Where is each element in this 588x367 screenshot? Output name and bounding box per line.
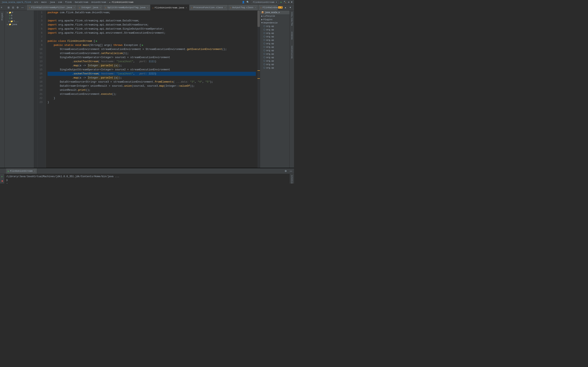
dep-icon-7: ⬡ xyxy=(263,46,265,48)
dep-label-13: org.ap xyxy=(266,67,274,69)
run-icon[interactable]: ▶ xyxy=(281,1,282,3)
tab-processfunction[interactable]: ☕ ProcessFunction.class ✕ xyxy=(189,5,228,10)
tab-close-icon-6[interactable]: ✕ xyxy=(255,6,256,9)
dep-label-4: org.ap xyxy=(266,35,274,38)
tab-close-icon-2[interactable]: ✕ xyxy=(100,6,101,9)
maven-dep-6[interactable]: ⬡ org.ap xyxy=(260,42,290,45)
run-panel: ▶ FlinkUnionStream ✕ ⚙ — ▶ ⏹ 🔄 ⏬ 🖨 🗑 /Li… xyxy=(0,168,294,184)
scroll-down-btn[interactable]: ▼ xyxy=(288,5,292,10)
database-icon[interactable]: Database xyxy=(291,31,293,40)
maven-dep-3[interactable]: ⬡ org.ap xyxy=(260,31,290,35)
search-icon[interactable]: 🔍 xyxy=(246,1,249,3)
tab-close-icon-3[interactable]: ✕ xyxy=(147,6,148,9)
run-minimize-btn[interactable]: — xyxy=(289,169,293,174)
run-tab-label[interactable]: ▶ FlinkUnionStream ✕ xyxy=(6,168,37,174)
vertical-scrollbar[interactable] xyxy=(258,11,260,168)
user-icon[interactable]: 👤 xyxy=(242,1,245,3)
maven-dep-2[interactable]: ⬡ org.ap xyxy=(260,28,290,31)
scroll-up-btn[interactable]: ▲ xyxy=(283,5,287,10)
code-line-3: import org.apache.flink.streaming.api.da… xyxy=(48,19,256,23)
tab-splitstream[interactable]: ☕ SplitStreamByOutputTag.java ✕ xyxy=(103,5,150,10)
maven-dep-8[interactable]: ⬡ org.ap xyxy=(260,49,290,52)
maven-dependencies[interactable]: ▼ Dependencie xyxy=(260,21,290,25)
breadcrumb-src[interactable]: src xyxy=(34,1,38,3)
code-editor[interactable]: 1 2 3 4 5 6 7 8 9 10 11 12 13 14 15 16 1… xyxy=(38,11,258,168)
run-output: /Library/Java/JavaVirtualMachines/jdk1.8… xyxy=(4,174,290,184)
maven-title: 📦 java_scala_s xyxy=(261,11,280,14)
maven-sidebar: 📦 java_scala_s ▶ Lifecycle ▶ Plugins ▼ D… xyxy=(260,11,290,168)
maven-lifecycle[interactable]: ▶ Lifecycle xyxy=(260,14,290,18)
collapse-btn[interactable]: ⊟ xyxy=(11,5,15,10)
plugins-icon: ▶ xyxy=(261,18,263,21)
maven-dep-12[interactable]: ⬡ org.ap xyxy=(260,63,290,66)
breadcrumb-java[interactable]: java xyxy=(50,1,55,3)
toolbar-settings-btn[interactable]: ⚙ xyxy=(16,5,20,10)
left-gutter xyxy=(34,11,38,168)
breadcrumb-com[interactable]: com xyxy=(58,1,62,3)
plugins-label: Plugins xyxy=(263,18,272,21)
editor-toolbar-right: ⚠ 2 ▲ ▼ xyxy=(278,5,293,10)
dep-label-3: org.ap xyxy=(266,32,274,34)
sidebar-item-p[interactable]: ▷ 📁 P xyxy=(5,11,33,14)
tab-java-icon-3: ☕ xyxy=(105,6,106,9)
tab-close-icon-5[interactable]: ✕ xyxy=(224,6,226,9)
maven-dep-4[interactable]: ⬡ org.ap xyxy=(260,35,290,38)
sidebar-item-t[interactable]: ▷ 📁 T... xyxy=(5,20,33,23)
build-icon[interactable]: 🔨 xyxy=(284,1,286,3)
breadcrumb-unionstream[interactable]: UnionStream xyxy=(91,1,106,3)
tab-label-3: SplitStreamByOutputTag.java xyxy=(107,6,145,9)
branch-selector[interactable]: FlinkUnionStream ▾ xyxy=(251,0,279,4)
run-settings-btn[interactable]: ⚙ xyxy=(284,169,288,174)
dep-icon-1: ⬡ xyxy=(263,25,265,27)
maven-dep-11[interactable]: ⬡ org.ap xyxy=(260,59,290,63)
maven-dep-5[interactable]: ⬡ org.ap xyxy=(260,38,290,42)
big-data-tools-icon[interactable]: Big Data Tools xyxy=(291,11,293,26)
tab-java-icon-7: ☕ xyxy=(260,6,261,9)
sidebar-icon[interactable]: ≡ xyxy=(1,6,2,9)
settings-icon[interactable]: ⚙ xyxy=(288,1,290,3)
more-icon[interactable]: ▼ xyxy=(291,1,292,3)
breadcrumb-project[interactable]: java_scala_spark_flink xyxy=(2,1,31,3)
structure-icon[interactable]: Structure xyxy=(291,174,293,184)
branch-label: FlinkUnionStream ▾ xyxy=(253,1,277,3)
breadcrumb-flink[interactable]: flink xyxy=(65,1,72,3)
tab-integer[interactable]: ☕ Integer.java ✕ xyxy=(77,5,103,10)
expand-btn[interactable]: ⊞ xyxy=(7,5,11,10)
sidebar-item-g2[interactable]: G G xyxy=(5,17,33,20)
maven-plugins[interactable]: ▶ Plugins xyxy=(260,18,290,21)
tab-close-icon[interactable]: ✕ xyxy=(73,6,75,9)
tab-java-icon: ☕ xyxy=(29,6,30,9)
breadcrumb-datastream[interactable]: DataStream xyxy=(75,1,88,3)
notifications-icon[interactable]: Notifications xyxy=(291,45,293,59)
tab-flinkunion[interactable]: ☕ FlinkUnionStream.java ✕ xyxy=(150,5,189,10)
breadcrumb-main[interactable]: main xyxy=(41,1,47,3)
tab-label-5: ProcessFunction.class xyxy=(194,6,223,9)
run-tab-close[interactable]: ✕ xyxy=(34,170,35,172)
tab-flinksplitstream[interactable]: ☕ FlinkSplitStreamByFilter.java ✕ xyxy=(27,5,77,10)
toolbar-minimize-btn[interactable]: — xyxy=(20,5,25,10)
tab-outputtag[interactable]: ☕ OutputTag.class ✕ xyxy=(228,5,259,10)
sidebar-item-g1[interactable]: G G xyxy=(5,14,33,17)
code-line-12: SingleOutputStreamOperator<Integer> sour… xyxy=(48,55,256,59)
project-icon[interactable]: Project xyxy=(1,11,4,22)
tab-flinkwindow[interactable]: ☕ FlinkWindowTest ✕ xyxy=(258,5,278,10)
line-numbers: 1 2 3 4 5 6 7 8 9 10 11 12 13 14 15 16 1… xyxy=(38,11,46,168)
tab-close-icon-4[interactable]: ✕ xyxy=(186,7,187,9)
dep-icon-12: ⬡ xyxy=(263,63,265,66)
play-button[interactable]: ▶ xyxy=(0,175,4,178)
maven-dep-9[interactable]: ⬡ org.ap xyxy=(260,52,290,56)
maven-dep-13[interactable]: ⬡ org.ap xyxy=(260,66,290,69)
dep-icon-8: ⬡ xyxy=(263,49,265,52)
stop-button[interactable]: ⏹ xyxy=(0,179,4,183)
sidebar-item-java[interactable]: ▷ 📁 java xyxy=(5,23,33,26)
code-content[interactable]: package com.flink.DataStream.UnionStream… xyxy=(46,11,258,168)
code-line-21: streamExecutionEnvironment.execute(); xyxy=(48,92,256,96)
maven-dep-7[interactable]: ⬡ org.ap xyxy=(260,45,290,49)
breadcrumb-file[interactable]: ☕ FlinkUnionStream xyxy=(109,1,133,3)
scrollbar-thumb[interactable] xyxy=(258,11,260,27)
maven-dep-10[interactable]: ⬡ org.ap xyxy=(260,56,290,59)
code-line-20: unionResult.print(); xyxy=(48,88,256,92)
dep-icon-2: ⬡ xyxy=(263,28,265,31)
editor-tabs: ☕ FlinkSplitStreamByFilter.java ✕ ☕ Inte… xyxy=(27,4,278,11)
maven-dep-1[interactable]: ⬡ org.ap xyxy=(260,25,290,28)
